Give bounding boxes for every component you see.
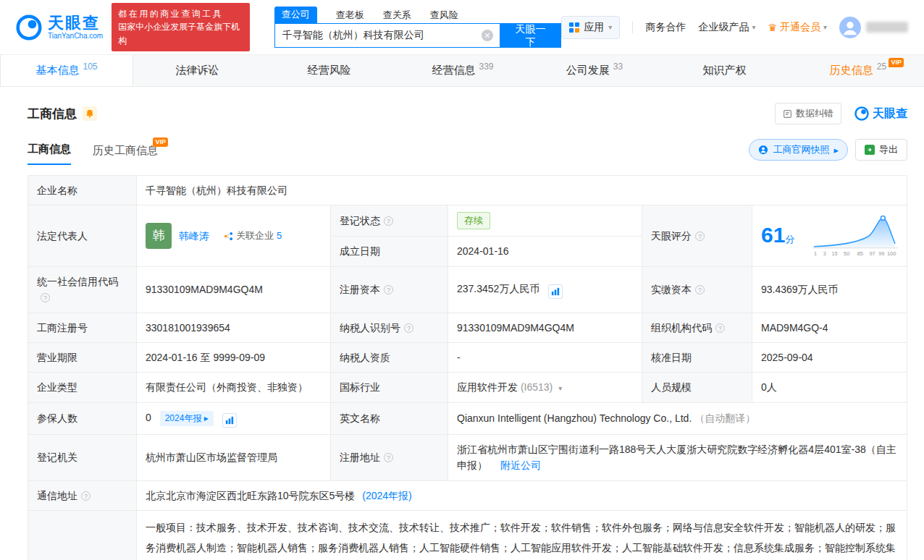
industry-value: 应用软件开发: [457, 381, 518, 393]
excel-export-icon: [865, 145, 875, 155]
svg-text:100: 100: [887, 250, 896, 257]
field-label: 核准日期: [642, 342, 752, 372]
eye-logo-icon: [854, 106, 869, 121]
tab-operating-info[interactable]: 经营信息339: [397, 55, 529, 86]
arrow-right-icon: ▸: [833, 145, 839, 156]
official-snapshot-button[interactable]: 工商官网快照 ▸: [749, 139, 848, 161]
tab-legal[interactable]: 法律诉讼: [133, 55, 265, 86]
company-nav-tabs: 基本信息105 法律诉讼 经营风险 经营信息339 公司发展33 知识产权 VI…: [0, 55, 924, 87]
annual-report-tag[interactable]: 2024年报 ▸: [160, 411, 214, 426]
help-icon[interactable]: ?: [41, 293, 50, 302]
field-label: 国标行业: [331, 373, 448, 402]
industry-cell[interactable]: 应用软件开发 (I6513) ▾: [448, 373, 642, 402]
score-unit: 分: [785, 234, 794, 245]
search-input[interactable]: [274, 23, 500, 48]
svg-text:85: 85: [857, 250, 863, 257]
field-label: 参保人数: [28, 402, 137, 434]
taxpayer-id-value: 91330109MAD9M4GQ4M: [448, 313, 642, 342]
tab-operating-risk[interactable]: 经营风险: [265, 55, 397, 86]
score-distribution-chart: 1 3 15 50 85 97 99 100: [812, 213, 898, 258]
related-companies-link[interactable]: 关联企业 5: [224, 229, 282, 244]
avatar: [839, 17, 861, 38]
search-tab-relation[interactable]: 查关系: [383, 9, 411, 23]
staff-size-value: 0人: [752, 373, 907, 402]
help-icon[interactable]: ?: [715, 323, 725, 333]
clear-icon[interactable]: ✕: [482, 30, 493, 41]
help-icon[interactable]: ?: [81, 491, 91, 501]
score-value: 61: [761, 223, 785, 247]
field-label: 通信地址?: [28, 480, 137, 510]
slogan-line1: 都在用的商业查询工具: [118, 7, 243, 21]
industry-code: (I6513): [521, 381, 553, 393]
export-button[interactable]: 导出: [855, 139, 907, 161]
field-label: 注册地址?: [331, 434, 448, 480]
approval-date-value: 2025-09-04: [752, 342, 907, 372]
data-correction-button[interactable]: 数据纠错: [775, 103, 841, 124]
tab-intellectual-property[interactable]: 知识产权: [660, 55, 792, 86]
field-label: 企业名称: [28, 176, 137, 205]
tab-history-info[interactable]: VIP 历史信息25: [792, 55, 924, 86]
help-icon[interactable]: ?: [384, 216, 393, 226]
field-label: 英文名称: [331, 402, 448, 434]
field-label: 营业期限: [28, 342, 137, 372]
section-title: 工商信息: [28, 106, 77, 122]
business-term-value: 2024-01-16 至 9999-09-09: [137, 342, 331, 372]
search-button[interactable]: 天眼一下: [500, 23, 561, 48]
english-name-value: Qianxun Intelligent (Hangzhou) Technolog…: [457, 412, 692, 424]
status-badge: 存续: [457, 212, 490, 229]
legal-rep-name-link[interactable]: 韩峰涛: [179, 228, 209, 244]
field-label: 登记状态?: [331, 205, 448, 237]
table-row: 登记机关 杭州市萧山区市场监督管理局 注册地址? 浙江省杭州市萧山区宁围街道利一…: [28, 434, 907, 480]
svg-text:3: 3: [823, 250, 826, 257]
search-tab-company[interactable]: 查公司: [274, 7, 317, 23]
help-icon[interactable]: ?: [384, 453, 393, 462]
reg-capital-value: 237.3452万人民币: [457, 283, 539, 294]
insured-chart-icon[interactable]: [222, 413, 237, 428]
tab-basic-info[interactable]: 基本信息105: [0, 55, 133, 86]
apps-label: 应用: [584, 21, 604, 34]
vip-badge: VIP: [889, 58, 904, 67]
apps-grid-icon: [569, 22, 579, 33]
insured-cell: 0 2024年报 ▸: [137, 402, 331, 434]
svg-text:50: 50: [844, 250, 849, 257]
user-account[interactable]: [839, 17, 908, 38]
svg-text:99: 99: [878, 250, 884, 257]
english-name-cell: Qianxun Intelligent (Hangzhou) Technolog…: [448, 402, 907, 434]
field-label: 人员规模: [642, 373, 752, 402]
credit-code-value: 91330109MAD9M4GQ4M: [137, 266, 331, 313]
tianyancha-logo[interactable]: 天眼查 TianYanCha.com: [16, 14, 103, 41]
field-label: 天眼评分?: [642, 205, 752, 266]
mail-address-report-link[interactable]: (2024年报): [362, 490, 411, 501]
menu-open-vip[interactable]: ♛ 开通会员 ▾: [768, 21, 827, 34]
help-icon[interactable]: ?: [384, 285, 393, 294]
help-icon[interactable]: ?: [695, 285, 705, 294]
search-tab-risk[interactable]: 查风险: [430, 9, 458, 23]
help-icon[interactable]: ?: [695, 232, 705, 241]
logo-text-en: TianYanCha.com: [48, 32, 103, 40]
nearby-companies-link[interactable]: 附近公司: [500, 459, 541, 471]
subtab-business-info[interactable]: 工商信息: [28, 143, 71, 165]
field-label: 实缴资本?: [642, 266, 752, 313]
field-label: 工商注册号: [28, 313, 137, 342]
field-label: 企业类型: [28, 373, 137, 402]
watermark-logo: 天眼查: [854, 106, 907, 122]
company-name-value: 千寻智能（杭州）科技有限公司: [137, 176, 907, 205]
menu-enterprise[interactable]: 企业级产品 ▾: [698, 21, 755, 34]
apps-menu[interactable]: 应用 ▾: [561, 16, 620, 39]
auto-translate-note: （自动翻译）: [694, 412, 755, 424]
snapshot-icon: [758, 145, 768, 155]
help-icon[interactable]: ?: [404, 323, 413, 333]
capital-chart-icon[interactable]: [548, 284, 563, 299]
crown-icon: ♛: [768, 22, 777, 33]
top-menu: 应用 ▾ 商务合作 企业级产品 ▾ ♛ 开通会员 ▾: [561, 16, 908, 39]
search-tab-boss[interactable]: 查老板: [336, 9, 364, 23]
arrow-right-icon: ▸: [204, 413, 209, 423]
menu-cooperation[interactable]: 商务合作: [645, 21, 686, 34]
tab-company-development[interactable]: 公司发展33: [529, 55, 660, 86]
table-row: 参保人数 0 2024年报 ▸ 英文名称: [28, 402, 907, 434]
chevron-down-icon: ▾: [608, 23, 612, 31]
reg-capital-cell: 237.3452万人民币: [448, 266, 642, 313]
legal-rep-avatar[interactable]: 韩: [146, 223, 172, 249]
subtab-history-business-info[interactable]: 历史工商信息 VIP: [93, 144, 158, 165]
notify-bell-icon[interactable]: [83, 106, 97, 121]
